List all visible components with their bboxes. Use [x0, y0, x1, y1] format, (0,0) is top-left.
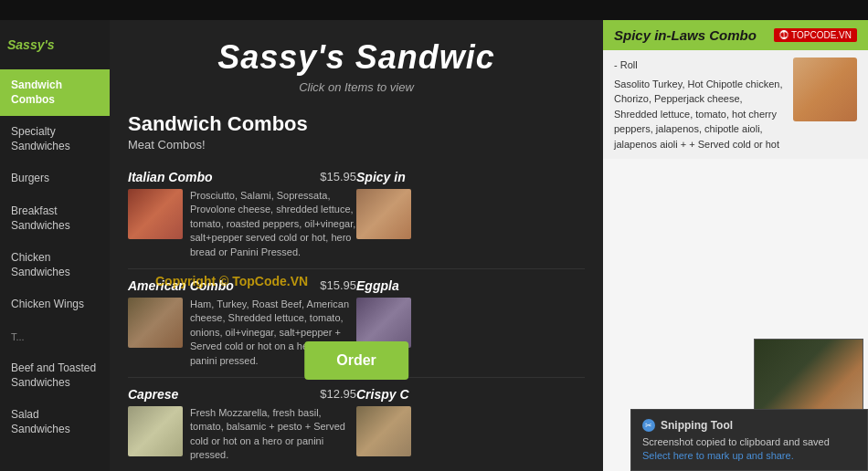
snipping-tool-icon: ✂ — [642, 419, 655, 432]
hero-subtitle: Click on Items to view — [137, 80, 576, 94]
snipping-notification[interactable]: ✂ Snipping Tool Screenshot copied to cli… — [630, 409, 868, 471]
item-image-italian — [128, 189, 183, 239]
item-image-caprese — [128, 406, 183, 456]
sidebar-item-burgers[interactable]: Burgers — [0, 162, 110, 195]
spicy-image — [793, 58, 857, 121]
spicy-content: - Roll Sasolito Turkey, Hot Chipotle chi… — [603, 50, 868, 159]
item-name-crispy: Crispy C — [356, 387, 409, 402]
item-desc-caprese: Fresh Mozzarella, fresh basil, tomato, b… — [190, 406, 356, 463]
items-grid: Italian Combo $15.95 Prosciutto, Salami,… — [110, 156, 603, 471]
order-button[interactable]: Order — [304, 341, 408, 380]
item-price-caprese: $12.95 — [320, 387, 356, 401]
right-panel: Spicy in-Laws Combo ⓵ TOPCODE.VN - Roll … — [603, 20, 868, 471]
hero-section: Sassy's Sandwic Click on Items to view — [110, 20, 603, 103]
sidebar: Sassy's Sandwich Combos Specialty Sandwi… — [0, 20, 110, 471]
menu-item-spicy-in[interactable]: Spicy in — [356, 161, 585, 269]
item-name-american: American Combo — [128, 278, 234, 293]
item-image-american — [128, 298, 183, 348]
section-subtitle: Meat Combos! — [128, 138, 585, 152]
snipping-link[interactable]: Select here to mark up and share. — [642, 450, 794, 461]
spicy-title: Spicy in-Laws Combo — [614, 27, 757, 43]
logo-area: Sassy's — [0, 29, 110, 60]
logo: Sassy's — [7, 37, 55, 52]
sidebar-item-chicken-sandwiches[interactable]: Chicken Sandwiches — [0, 242, 110, 288]
item-desc-italian: Prosciutto, Salami, Sopressata, Provolon… — [190, 189, 356, 259]
hero-title: Sassy's Sandwic — [137, 38, 576, 77]
spicy-desc-text: Sasolito Turkey, Hot Chipotle chicken, C… — [614, 77, 786, 152]
sidebar-item-salad[interactable]: Salad Sandwiches — [0, 399, 110, 445]
sidebar-item-sandwich-combos[interactable]: Sandwich Combos — [0, 69, 110, 116]
spicy-header: Spicy in-Laws Combo ⓵ TOPCODE.VN — [603, 20, 868, 50]
sidebar-item-chicken-wings[interactable]: Chicken Wings — [0, 288, 110, 321]
center-content: Sassy's Sandwic Click on Items to view S… — [110, 20, 603, 471]
topcode-badge: ⓵ TOPCODE.VN — [774, 28, 857, 42]
mini-preview-inner — [755, 340, 863, 420]
item-price-italian: $15.95 — [320, 170, 356, 183]
top-bar — [0, 0, 868, 20]
section-header: Sandwich Combos Meat Combos! — [110, 103, 603, 156]
item-image-crispy — [356, 406, 411, 456]
snipping-message: Screenshot copied to clipboard and saved — [642, 436, 856, 447]
menu-item-italian-combo[interactable]: Italian Combo $15.95 Prosciutto, Salami,… — [128, 161, 356, 269]
snipping-header: ✂ Snipping Tool — [642, 419, 856, 432]
item-name-caprese: Caprese — [128, 387, 178, 402]
sidebar-item-beef-toasted[interactable]: Beef and Toasted Sandwiches — [0, 352, 110, 399]
snipping-tool-label: Snipping Tool — [661, 419, 733, 432]
section-title: Sandwich Combos — [128, 112, 585, 136]
sidebar-item-toasted[interactable]: T... — [0, 321, 110, 352]
main-container: Sassy's Sandwich Combos Specialty Sandwi… — [0, 20, 868, 471]
topcode-label: TOPCODE.VN — [791, 30, 852, 40]
item-name-eggplant: Eggpla — [356, 278, 399, 293]
item-image-spicy — [356, 189, 411, 239]
sidebar-item-breakfast-sandwiches[interactable]: Breakfast Sandwiches — [0, 195, 110, 242]
menu-item-crispy[interactable]: Crispy C — [356, 378, 585, 471]
item-name-italian: Italian Combo — [128, 170, 213, 184]
menu-item-caprese[interactable]: Caprese $12.95 Fresh Mozzarella, fresh b… — [128, 378, 356, 471]
item-name-spicy: Spicy in — [356, 170, 406, 184]
spicy-description: - Roll Sasolito Turkey, Hot Chipotle chi… — [614, 58, 786, 152]
item-image-eggplant — [356, 298, 411, 348]
topcode-icon: ⓵ — [779, 30, 789, 40]
sidebar-item-specialty-sandwiches[interactable]: Specialty Sandwiches — [0, 116, 110, 162]
item-price-american: $15.95 — [320, 278, 356, 292]
roll-label: - Roll — [614, 58, 786, 73]
